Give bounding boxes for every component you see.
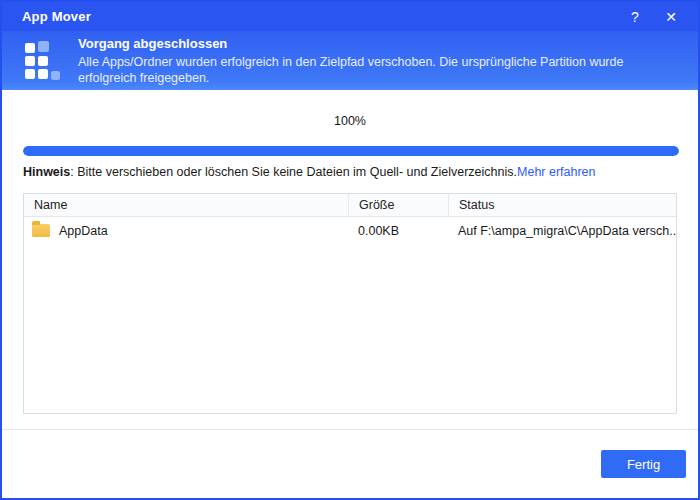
close-icon[interactable]: ✕ xyxy=(658,6,684,28)
column-header-name[interactable]: Name xyxy=(24,194,348,216)
row-status: Auf F:\ampa_migra\C\AppData versch... xyxy=(448,217,676,244)
column-header-size[interactable]: Größe xyxy=(348,194,448,216)
column-header-status[interactable]: Status xyxy=(448,194,676,216)
footer: Fertig xyxy=(2,430,698,498)
progress-fill xyxy=(23,146,679,156)
status-message: Alle Apps/Ordner wurden erfolgreich in d… xyxy=(78,54,678,86)
file-table: Name Größe Status AppData 0.00KB Auf F:\… xyxy=(23,193,677,414)
folder-icon xyxy=(32,224,50,237)
notice-line: Hinweis: Bitte verschieben oder löschen … xyxy=(23,165,679,179)
learn-more-link[interactable]: Mehr erfahren xyxy=(517,165,596,179)
status-header: Vorgang abgeschlossen Alle Apps/Ordner w… xyxy=(2,31,698,90)
done-button[interactable]: Fertig xyxy=(601,450,686,478)
app-mover-logo-icon xyxy=(24,41,62,81)
status-header-text: Vorgang abgeschlossen Alle Apps/Ordner w… xyxy=(78,36,678,86)
progress-percent-label: 100% xyxy=(2,90,698,128)
row-name-cell: AppData xyxy=(24,217,348,244)
notice-text: : Bitte verschieben oder löschen Sie kei… xyxy=(70,165,517,179)
progress-bar xyxy=(23,146,679,156)
table-row[interactable]: AppData 0.00KB Auf F:\ampa_migra\C\AppDa… xyxy=(24,217,676,244)
window-title: App Mover xyxy=(22,9,91,24)
notice-prefix: Hinweis xyxy=(23,165,70,179)
row-name: AppData xyxy=(59,224,108,238)
dialog-body: 100% Hinweis: Bitte verschieben oder lös… xyxy=(2,90,698,498)
row-size: 0.00KB xyxy=(348,217,448,244)
table-empty-area xyxy=(24,244,676,413)
help-icon[interactable]: ? xyxy=(622,6,648,28)
app-mover-window: App Mover ? ✕ Vorgang abgeschlossen Alle… xyxy=(0,0,700,500)
title-bar: App Mover ? ✕ xyxy=(2,2,698,31)
table-header: Name Größe Status xyxy=(24,194,676,217)
status-title: Vorgang abgeschlossen xyxy=(78,36,678,51)
